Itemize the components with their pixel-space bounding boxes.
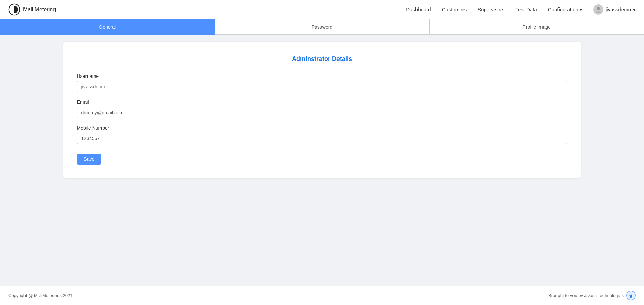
brand-logo (8, 3, 20, 16)
card-title: Adminstrator Details (77, 55, 567, 63)
nav-supervisors[interactable]: Supervisors (477, 6, 504, 12)
email-group: Email (77, 99, 567, 118)
user-dropdown-icon: ▾ (633, 6, 636, 13)
tab-profile-image[interactable]: Profile Image (429, 19, 644, 35)
admin-card: Adminstrator Details Username Email Mobi… (63, 42, 581, 178)
user-menu[interactable]: jivassdemo ▾ (593, 4, 636, 15)
navbar-links: Dashboard Customers Supervisors Test Dat… (406, 4, 636, 15)
brand[interactable]: Mall Metering (8, 3, 56, 16)
mobile-label: Mobile Number (77, 125, 567, 131)
username-display: jivassdemo (606, 6, 631, 12)
save-button[interactable]: Save (77, 154, 101, 165)
username-input[interactable] (77, 81, 567, 92)
copyright-text: Copyright @ MallMeterings 2021 (8, 293, 73, 298)
tab-password[interactable]: Password (215, 19, 429, 35)
username-group: Username (77, 73, 567, 92)
nav-customers[interactable]: Customers (442, 6, 467, 12)
brought-by-text: Brought to you by Jivass Technologies (548, 293, 624, 298)
footer: Copyright @ MallMeterings 2021 Brought t… (0, 286, 644, 305)
nav-testdata[interactable]: Test Data (515, 6, 537, 12)
jivass-logo (626, 291, 636, 300)
mobile-group: Mobile Number (77, 125, 567, 144)
tab-general[interactable]: General (0, 19, 215, 35)
tabs-bar: General Password Profile Image (0, 19, 644, 35)
username-label: Username (77, 73, 567, 79)
email-label: Email (77, 99, 567, 105)
main-content: Adminstrator Details Username Email Mobi… (0, 35, 644, 286)
email-input[interactable] (77, 107, 567, 118)
mobile-input[interactable] (77, 133, 567, 144)
navbar: Mall Metering Dashboard Customers Superv… (0, 0, 644, 19)
footer-brand: Brought to you by Jivass Technologies (548, 291, 636, 300)
nav-configuration[interactable]: Configuration ▾ (548, 6, 582, 13)
svg-point-2 (596, 11, 601, 13)
brand-name: Mall Metering (23, 6, 56, 13)
chevron-down-icon: ▾ (580, 6, 582, 13)
nav-dashboard[interactable]: Dashboard (406, 6, 431, 12)
svg-point-1 (597, 7, 600, 10)
avatar (593, 4, 603, 15)
